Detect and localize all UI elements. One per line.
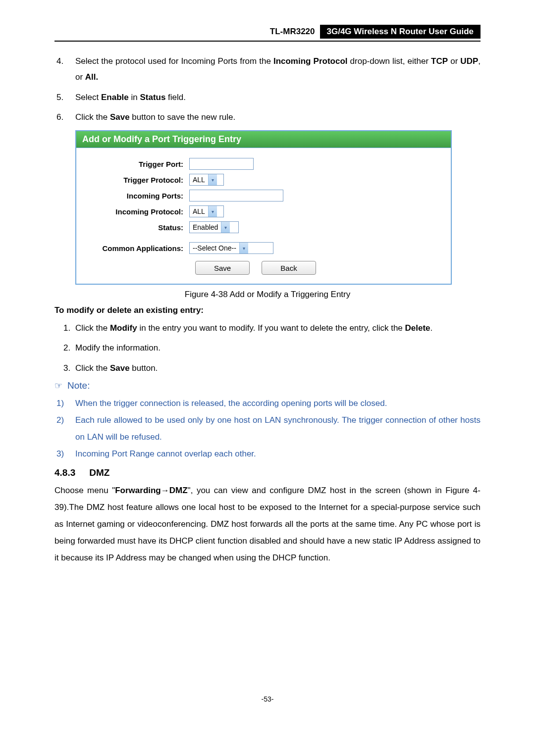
note-item-2: 2) Each rule allowed to be used only by … [54, 412, 481, 446]
note-label: Note: [67, 380, 90, 391]
row-common-apps: Common Applications: --Select One-- ▾ [85, 242, 442, 254]
text-bold: All. [85, 72, 98, 82]
common-apps-select[interactable]: --Select One-- ▾ [189, 242, 273, 254]
text-bold: Save [110, 363, 130, 373]
step-text: Click the Save button to save the new ru… [75, 109, 481, 125]
model-label: TL-MR3220 [270, 27, 320, 37]
note-number: 2) [54, 412, 75, 446]
section-heading: 4.8.3DMZ [54, 467, 481, 478]
text: field. [165, 93, 186, 102]
text-bold: Save [110, 112, 130, 122]
incoming-ports-input[interactable] [189, 190, 283, 202]
text: button. [130, 363, 158, 373]
select-value: --Select One-- [190, 244, 239, 252]
modify-delete-heading: To modify or delete an existing entry: [54, 305, 481, 315]
step-number: 1. [54, 320, 75, 336]
section-paragraph: Choose menu "Forwarding→DMZ", you can vi… [54, 482, 481, 566]
label-common-apps: Common Applications: [85, 244, 189, 252]
step-text: Click the Modify in the entry you want t… [75, 320, 481, 336]
header-rule [54, 41, 481, 42]
label-trigger-port: Trigger Port: [85, 160, 189, 168]
text: button to save the new rule. [130, 112, 236, 122]
chevron-down-icon: ▾ [239, 243, 248, 253]
step-number: 2. [54, 340, 75, 356]
label-status: Status: [85, 223, 189, 232]
step-number: 3. [54, 360, 75, 376]
step-b-2: 2. Modify the information. [54, 340, 481, 356]
chevron-down-icon: ▾ [208, 206, 217, 217]
text: ", you can view and configure DMZ host i… [54, 486, 481, 562]
label-trigger-protocol: Trigger Protocol: [85, 176, 189, 184]
chevron-down-icon: ▾ [221, 222, 230, 233]
panel-title: Add or Modify a Port Triggering Entry [76, 131, 451, 148]
text-bold: Status [140, 93, 165, 102]
text-bold: Forwarding [115, 486, 161, 495]
step-number: 6. [54, 109, 75, 125]
text-bold: Delete [405, 323, 430, 333]
page-number: -53- [54, 695, 481, 703]
text: Choose menu " [54, 486, 115, 495]
text: Select the protocol used for Incoming Po… [75, 56, 273, 66]
text: or [448, 56, 460, 66]
select-value: ALL [190, 207, 208, 215]
row-trigger-port: Trigger Port: [85, 158, 442, 170]
text: in [129, 93, 140, 102]
step-b-3: 3. Click the Save button. [54, 360, 481, 376]
text: drop-down list, either [348, 56, 431, 66]
step-6: 6. Click the Save button to save the new… [54, 109, 481, 125]
note-item-3: 3) Incoming Port Range cannot overlap ea… [54, 446, 481, 462]
chevron-down-icon: ▾ [208, 174, 217, 185]
note-number: 1) [54, 395, 75, 412]
note-text: When the trigger connection is released,… [75, 395, 481, 412]
step-4: 4. Select the protocol used for Incoming… [54, 53, 481, 86]
text: Click the [75, 112, 110, 122]
text: in the entry you want to modify. If you … [137, 323, 405, 333]
text: . [430, 323, 433, 333]
text-bold: Enable [101, 93, 129, 102]
step-5: 5. Select Enable in Status field. [54, 90, 481, 105]
note-text: Incoming Port Range cannot overlap each … [75, 446, 481, 462]
panel-body: Trigger Port: Trigger Protocol: ALL ▾ In… [76, 148, 451, 284]
section-title: DMZ [89, 467, 109, 478]
note-text: Each rule allowed to be used only by one… [75, 412, 481, 446]
text-bold: TCP [431, 56, 448, 66]
text-bold: UDP [460, 56, 478, 66]
figure-4-38: Add or Modify a Port Triggering Entry Tr… [75, 130, 481, 285]
text-bold: Incoming Protocol [273, 56, 348, 66]
note-heading: ☞ Note: [54, 380, 481, 391]
note-number: 3) [54, 446, 75, 462]
label-incoming-ports: Incoming Ports: [85, 192, 189, 200]
trigger-port-input[interactable] [189, 158, 254, 170]
arrow-icon: → [161, 486, 169, 495]
note-item-1: 1) When the trigger connection is releas… [54, 395, 481, 412]
port-triggering-panel: Add or Modify a Port Triggering Entry Tr… [75, 130, 452, 285]
select-value: ALL [190, 176, 208, 184]
step-text: Click the Save button. [75, 360, 481, 376]
text: Click the [75, 323, 110, 333]
page-header: TL-MR3220 3G/4G Wireless N Router User G… [54, 25, 481, 39]
doc-title: 3G/4G Wireless N Router User Guide [320, 25, 481, 39]
step-text: Modify the information. [75, 340, 481, 356]
text: Click the [75, 363, 110, 373]
text-bold: DMZ [169, 486, 188, 495]
status-select[interactable]: Enabled ▾ [189, 221, 239, 233]
incoming-protocol-select[interactable]: ALL ▾ [189, 205, 224, 217]
row-trigger-protocol: Trigger Protocol: ALL ▾ [85, 174, 442, 186]
back-button[interactable]: Back [262, 261, 316, 275]
text: Select [75, 93, 101, 102]
select-value: Enabled [190, 223, 221, 231]
step-number: 5. [54, 90, 75, 105]
row-status: Status: Enabled ▾ [85, 221, 442, 233]
section-number: 4.8.3 [54, 467, 75, 478]
save-button[interactable]: Save [195, 261, 250, 275]
text-bold: Modify [110, 323, 137, 333]
label-incoming-protocol: Incoming Protocol: [85, 207, 189, 216]
panel-button-row: Save Back [85, 261, 442, 275]
step-number: 4. [54, 53, 75, 86]
trigger-protocol-select[interactable]: ALL ▾ [189, 174, 224, 186]
step-b-1: 1. Click the Modify in the entry you wan… [54, 320, 481, 336]
row-incoming-protocol: Incoming Protocol: ALL ▾ [85, 205, 442, 217]
row-incoming-ports: Incoming Ports: [85, 190, 442, 202]
figure-caption: Figure 4-38 Add or Modify a Triggering E… [54, 290, 481, 300]
step-text: Select Enable in Status field. [75, 90, 481, 105]
